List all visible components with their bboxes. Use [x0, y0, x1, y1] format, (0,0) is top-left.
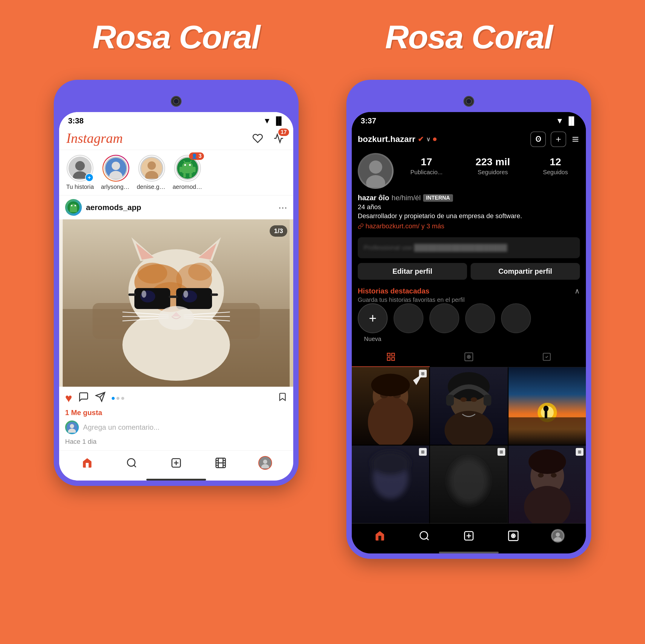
tab-grid[interactable]	[352, 347, 430, 367]
svg-rect-84	[387, 353, 390, 356]
story-add-button[interactable]: +	[85, 173, 93, 182]
comment-input[interactable]: Agrega un comentario...	[83, 423, 160, 432]
svg-line-125	[427, 538, 429, 540]
stats-row: 17 Publicacio... 223 mil Seguidores 12 S…	[398, 153, 580, 176]
svg-point-0	[75, 161, 85, 171]
live-dot	[433, 138, 437, 141]
story-item-1[interactable]: arlysongomes...	[101, 155, 131, 190]
highlights-subtitle: Guarda tus historias favoritas en el per…	[358, 297, 465, 303]
menu-button[interactable]	[571, 135, 580, 143]
right-popup-camera	[457, 80, 481, 110]
right-nav-home[interactable]	[369, 528, 390, 543]
threads-button[interactable]: ʘ	[530, 132, 546, 147]
svg-rect-16	[189, 173, 192, 177]
photo-1[interactable]: ⊞	[352, 367, 429, 445]
left-title-block: Rosa Coral	[42, 18, 310, 56]
svg-point-60	[128, 459, 135, 466]
right-bottom-nav	[352, 523, 586, 549]
story-ring-2	[138, 155, 165, 182]
highlight-new[interactable]: + Nueva	[358, 303, 388, 342]
heart-button[interactable]	[250, 131, 265, 146]
story-avatar-wrap-1	[102, 155, 129, 182]
post-more-button[interactable]: ⋯	[278, 202, 287, 213]
right-nav-profile[interactable]	[548, 528, 568, 543]
left-phone-wrapper: 3:38 ▼ ▐▌ Instagram	[42, 80, 310, 486]
add-content-button[interactable]	[551, 132, 566, 147]
right-battery-icon: ▐▌	[566, 116, 577, 126]
right-nav-avatar	[551, 529, 565, 543]
right-nav-add[interactable]	[458, 528, 479, 543]
story-avatar-wrap-2	[138, 155, 165, 182]
svg-point-117	[449, 459, 488, 504]
comment-button[interactable]	[78, 391, 89, 405]
svg-point-104	[460, 397, 467, 401]
left-phone-outer: 3:38 ▼ ▐▌ Instagram	[54, 80, 298, 486]
photo-6[interactable]: ⊞	[508, 446, 586, 523]
photo-5[interactable]: ⊞	[430, 446, 507, 523]
posts-count: 17	[421, 156, 432, 168]
left-title: Rosa Coral	[92, 18, 260, 55]
nav-reels[interactable]	[210, 455, 231, 470]
highlights-collapse[interactable]: ∧	[575, 287, 580, 295]
share-button[interactable]	[95, 391, 106, 405]
nav-add[interactable]	[166, 455, 187, 470]
tab-tagged[interactable]	[508, 347, 586, 367]
dropdown-chevron[interactable]: ∨	[426, 136, 431, 143]
svg-point-131	[512, 535, 514, 536]
bio-name-text: hazar ôîo	[358, 194, 389, 202]
right-home-indicator	[439, 552, 499, 553]
story-item-2[interactable]: denise.glestm...	[137, 155, 167, 190]
right-nav-search[interactable]	[414, 528, 435, 543]
highlight-1[interactable]	[394, 303, 423, 342]
story-avatar-wrap-3: 👤3	[174, 155, 201, 182]
photo-badge-5: ⊞	[497, 448, 505, 456]
svg-point-133	[556, 532, 560, 537]
photo-3[interactable]	[508, 367, 586, 445]
highlight-new-circle: +	[358, 303, 388, 333]
highlight-3[interactable]	[465, 303, 495, 342]
photo-2[interactable]	[430, 367, 507, 445]
ig-header: Instagram 17	[59, 128, 293, 150]
carousel-dots	[112, 397, 124, 400]
svg-rect-17	[180, 167, 183, 172]
svg-point-74	[263, 460, 267, 464]
story-item-my[interactable]: + Tu historia	[65, 155, 95, 190]
svg-rect-41	[129, 294, 136, 296]
highlight-2[interactable]	[429, 303, 459, 342]
highlight-new-label: Nueva	[364, 336, 381, 342]
like-button[interactable]: ♥	[65, 391, 72, 405]
nav-profile[interactable]	[255, 455, 276, 470]
edit-profile-button[interactable]: Editar perfil	[358, 263, 467, 280]
tab-reels[interactable]	[430, 347, 508, 367]
verified-badge: ✔	[418, 135, 424, 143]
story-item-3[interactable]: 👤3 aeromods_app	[173, 155, 202, 190]
bio-description: Desarrollador y propietario de una empre…	[358, 212, 580, 220]
svg-rect-102	[446, 395, 454, 406]
dot-2	[117, 397, 120, 400]
nav-home[interactable]	[77, 455, 97, 470]
highlight-4[interactable]	[501, 303, 531, 342]
profile-username-row: bozkurt.hazarr ✔ ∨	[358, 135, 437, 144]
bookmark-button[interactable]	[278, 391, 287, 405]
bio-link[interactable]: hazarbozkurt.com/ y 3 más	[358, 222, 580, 230]
left-bottom-nav	[59, 450, 293, 476]
activity-button[interactable]: 17	[271, 131, 286, 146]
share-profile-button[interactable]: Compartir perfil	[471, 263, 580, 280]
profile-bio: hazar ôîo he/him/él INTERNA 24 años Desa…	[352, 194, 586, 234]
right-title-block: Rosa Coral	[335, 18, 603, 56]
svg-point-82	[369, 160, 382, 174]
photo-4[interactable]: ⊞	[352, 446, 429, 523]
post-time: Hace 1 dia	[59, 437, 293, 450]
svg-point-124	[420, 531, 428, 539]
bio-name-row: hazar ôîo he/him/él INTERNA	[358, 194, 580, 202]
photo-grid: ⊞	[352, 367, 586, 523]
post-counter: 1/3	[270, 225, 287, 237]
post-image: 1/3	[59, 219, 293, 387]
dot-3	[121, 397, 124, 400]
svg-point-6	[148, 161, 156, 170]
highlight-circle-4	[501, 303, 531, 333]
posts-label: Publicacio...	[410, 169, 443, 176]
svg-rect-110	[508, 417, 586, 445]
right-nav-reels[interactable]	[503, 528, 524, 543]
nav-search[interactable]	[121, 455, 142, 470]
